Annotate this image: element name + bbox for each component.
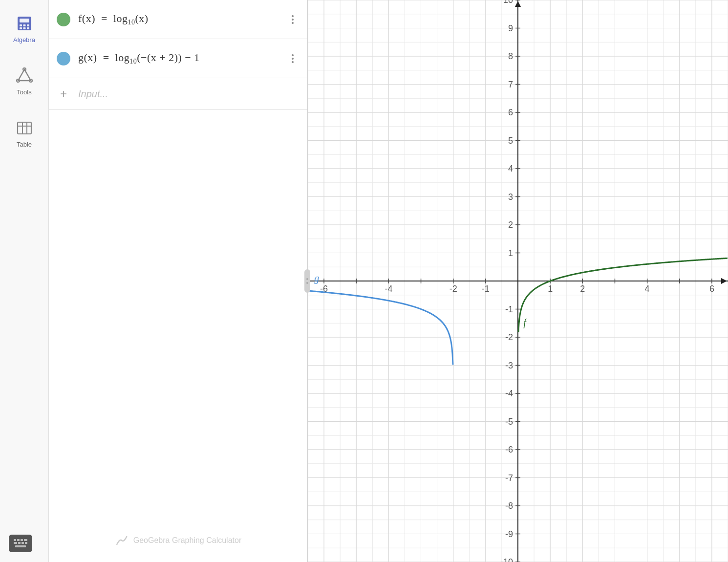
- svg-rect-1: [20, 19, 29, 22]
- tools-label: Tools: [17, 88, 31, 96]
- graph-area[interactable]: [308, 0, 728, 562]
- algebra-label: Algebra: [13, 36, 35, 43]
- tools-icon: [15, 66, 34, 86]
- function-g-more-button[interactable]: [286, 52, 300, 65]
- sidebar-item-table[interactable]: Table: [9, 114, 40, 152]
- svg-rect-2: [20, 24, 22, 26]
- svg-rect-21: [14, 542, 17, 544]
- svg-rect-5: [20, 27, 22, 29]
- function-g-row: g(x) = log10(−(x + 2)) − 1: [49, 39, 307, 78]
- svg-rect-23: [21, 542, 24, 544]
- svg-point-26: [306, 278, 308, 280]
- input-placeholder[interactable]: Input...: [78, 88, 108, 100]
- panel-resize-handle[interactable]: [304, 269, 310, 293]
- svg-rect-17: [14, 539, 16, 541]
- table-icon: [15, 118, 34, 138]
- input-row: + Input...: [49, 78, 307, 110]
- function-f-row: f(x) = log10(x): [49, 0, 307, 39]
- svg-rect-20: [24, 539, 27, 541]
- svg-rect-19: [21, 539, 23, 541]
- svg-rect-22: [18, 542, 21, 544]
- function-g-color-dot[interactable]: [57, 52, 70, 65]
- sidebar-item-tools[interactable]: Tools: [9, 62, 40, 100]
- graph-canvas: [308, 0, 728, 562]
- svg-rect-4: [27, 24, 29, 26]
- svg-rect-7: [27, 27, 29, 29]
- sidebar-item-algebra[interactable]: Algebra: [7, 10, 41, 47]
- function-f-more-button[interactable]: [286, 13, 300, 26]
- function-f-color-dot[interactable]: [57, 13, 70, 26]
- svg-rect-18: [17, 539, 20, 541]
- calculator-icon: [15, 14, 34, 33]
- function-f-expression[interactable]: f(x) = log10(x): [78, 12, 278, 26]
- svg-rect-6: [23, 27, 25, 29]
- algebra-panel: f(x) = log10(x) g(x) = log10(−(x + 2)) −…: [49, 0, 308, 562]
- svg-rect-3: [23, 24, 25, 26]
- keyboard-button[interactable]: [9, 535, 32, 552]
- sidebar: Algebra Tools: [0, 0, 49, 562]
- function-g-expression[interactable]: g(x) = log10(−(x + 2)) − 1: [78, 51, 278, 65]
- add-function-button[interactable]: +: [57, 87, 70, 101]
- svg-rect-24: [25, 542, 27, 544]
- table-label: Table: [17, 141, 32, 148]
- svg-rect-25: [15, 545, 26, 547]
- svg-rect-12: [18, 122, 31, 134]
- svg-point-27: [306, 282, 308, 284]
- watermark: GeoGebra Graphing Calculator: [115, 534, 241, 547]
- watermark-text: GeoGebra Graphing Calculator: [133, 536, 241, 545]
